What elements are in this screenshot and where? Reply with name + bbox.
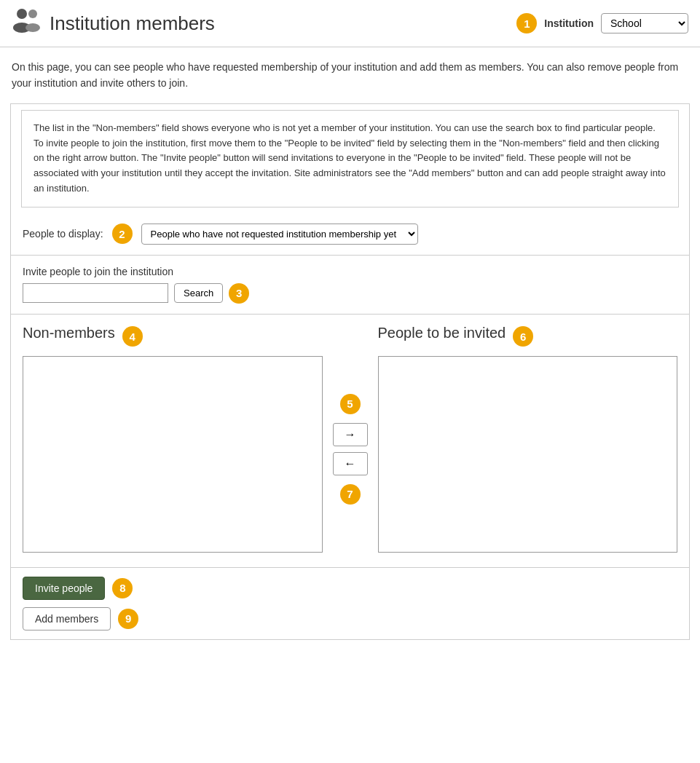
page-header: Institution members 1 Institution School xyxy=(0,0,700,47)
badge-2: 2 xyxy=(112,224,133,244)
add-members-button[interactable]: Add members xyxy=(23,607,111,630)
badge2-wrapper: 2 xyxy=(112,224,133,244)
arrow-col: 5 → ← 7 xyxy=(323,351,378,547)
badge-9: 9 xyxy=(118,609,138,629)
invite-people-button[interactable]: Invite people xyxy=(23,577,105,600)
non-members-title: Non-members xyxy=(23,325,115,341)
header-right: 1 Institution School xyxy=(516,13,688,33)
people-display-select[interactable]: People who have not requested institutio… xyxy=(141,224,418,245)
invite-people-wrapper: Invite people 8 xyxy=(23,577,677,600)
search-button[interactable]: Search xyxy=(174,283,223,303)
search-input[interactable] xyxy=(23,283,168,303)
action-buttons: Invite people 8 Add members 9 xyxy=(11,568,689,639)
badge-1: 1 xyxy=(516,13,537,33)
invite-section: Invite people to join the institution Se… xyxy=(11,256,689,315)
invite-row: Search 3 xyxy=(23,283,677,304)
invite-label: Invite people to join the institution xyxy=(23,266,677,277)
people-display-label: People to display: xyxy=(23,228,103,240)
non-members-col: Non-members 4 xyxy=(23,325,323,553)
invited-title: People to be invited xyxy=(378,325,506,341)
invited-col: People to be invited 6 xyxy=(378,325,678,553)
move-right-button[interactable]: → xyxy=(333,423,368,446)
non-members-list[interactable] xyxy=(23,356,323,553)
badge-7: 7 xyxy=(340,484,361,505)
people-icon xyxy=(12,7,41,39)
badge-5: 5 xyxy=(340,394,361,414)
badge-8: 8 xyxy=(112,578,133,598)
badge-3: 3 xyxy=(229,283,249,304)
institution-label: Institution xyxy=(544,17,594,29)
svg-point-2 xyxy=(28,9,37,18)
badge-4: 4 xyxy=(122,326,143,347)
people-display-row: People to display: 2 People who have not… xyxy=(11,213,689,256)
header-left: Institution members xyxy=(12,7,215,39)
main-box: The list in the "Non-members" field show… xyxy=(10,103,690,640)
move-left-button[interactable]: ← xyxy=(333,452,368,475)
svg-point-3 xyxy=(25,23,40,32)
badge-6: 6 xyxy=(513,326,533,347)
page-title: Institution members xyxy=(50,12,215,35)
intro-text: On this page, you can see people who hav… xyxy=(0,47,700,98)
svg-point-0 xyxy=(17,9,27,19)
add-members-wrapper: Add members 9 xyxy=(23,607,677,630)
invited-list[interactable] xyxy=(378,356,678,553)
institution-select[interactable]: School xyxy=(601,13,688,33)
members-section: Non-members 4 5 → ← 7 People to be invit… xyxy=(11,315,689,567)
members-layout: Non-members 4 5 → ← 7 People to be invit… xyxy=(23,325,677,553)
info-box: The list in the "Non-members" field show… xyxy=(21,110,679,207)
